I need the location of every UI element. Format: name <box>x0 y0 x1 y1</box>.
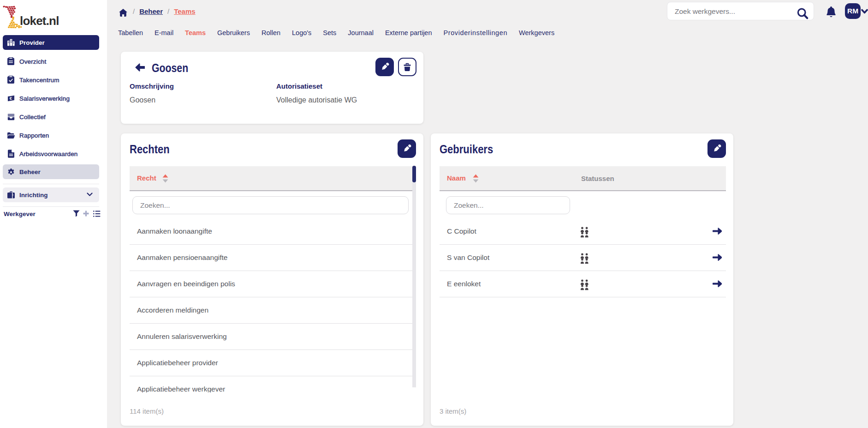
svg-text:€: € <box>9 96 12 101</box>
